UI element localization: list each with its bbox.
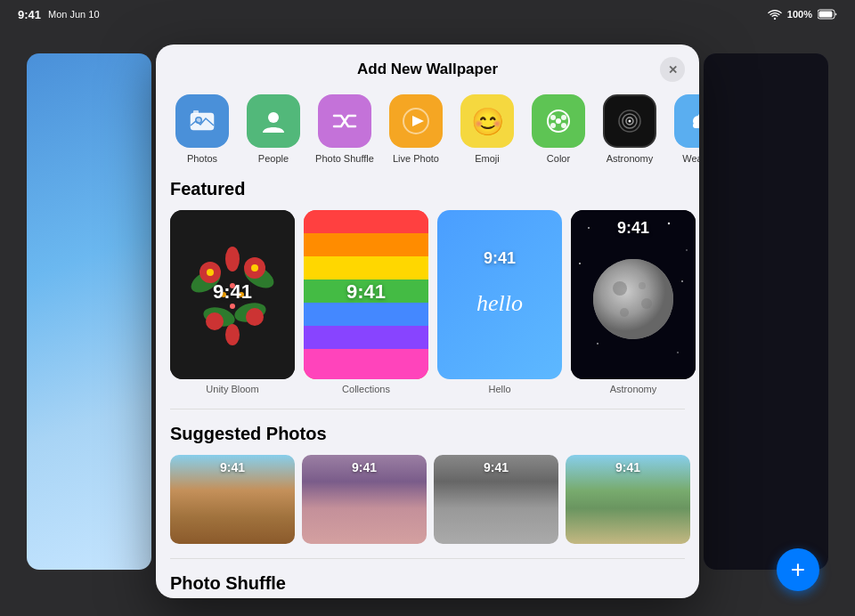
svg-marker-51 xyxy=(304,326,428,349)
hello-text: hello xyxy=(476,290,523,317)
status-bar: 9:41 Mon Jun 10 100% xyxy=(0,0,855,28)
astronomy-card[interactable]: 9:41 xyxy=(571,210,696,379)
collections-time: 9:41 xyxy=(346,281,386,304)
featured-collections[interactable]: 9:41 Collections xyxy=(304,210,428,394)
svg-point-8 xyxy=(268,112,279,123)
photo-sheep-field[interactable]: 9:41 xyxy=(566,455,690,544)
svg-point-15 xyxy=(561,123,566,128)
right-screen-preview xyxy=(704,53,828,570)
suggested-photos-grid: 9:41 9:41 9:41 9:41 xyxy=(170,455,685,544)
svg-point-13 xyxy=(561,115,566,120)
svg-marker-46 xyxy=(304,210,428,233)
suggested-photos-title: Suggested Photos xyxy=(170,424,685,444)
svg-point-16 xyxy=(556,118,561,124)
people-icon xyxy=(247,94,300,148)
featured-astronomy[interactable]: 9:41 Astronomy xyxy=(571,210,696,394)
featured-hello[interactable]: 9:41 hello Hello xyxy=(437,210,562,394)
svg-rect-23 xyxy=(693,123,699,128)
unity-bloom-label: Unity Bloom xyxy=(170,384,295,394)
category-people[interactable]: People xyxy=(241,94,305,165)
svg-rect-5 xyxy=(193,110,199,114)
photo-shuffle-icon xyxy=(318,94,371,148)
svg-point-20 xyxy=(629,120,631,123)
category-astronomy[interactable]: Astronomy xyxy=(598,94,662,165)
svg-point-56 xyxy=(686,249,688,251)
svg-marker-47 xyxy=(304,233,428,256)
svg-point-54 xyxy=(588,227,590,229)
wifi-icon xyxy=(768,9,782,20)
svg-point-24 xyxy=(696,129,699,132)
astronomy-icon xyxy=(603,94,656,148)
divider-1 xyxy=(170,409,685,409)
category-live-photo[interactable]: Live Photo xyxy=(384,94,448,165)
photo-purple-landscape[interactable]: 9:41 xyxy=(302,455,427,544)
svg-point-59 xyxy=(597,343,598,344)
purple-time: 9:41 xyxy=(352,460,377,474)
sheep-time: 9:41 xyxy=(615,460,640,474)
svg-point-0 xyxy=(774,18,776,20)
photo-shuffle-section: Photo Shuffle A dynamic set of photos th… xyxy=(156,573,699,598)
add-wallpaper-fab[interactable]: + xyxy=(777,548,819,591)
ipad-background: 9:41 Mon Jun 10 100% Add New Wallpaper ✕ xyxy=(0,0,855,616)
color-icon xyxy=(532,94,585,148)
svg-point-65 xyxy=(620,308,629,317)
photo-desert[interactable]: 9:41 xyxy=(170,455,295,544)
featured-unity-bloom[interactable]: 9:41 Unity Bloom xyxy=(170,210,295,394)
category-photos[interactable]: Photos xyxy=(170,94,234,165)
svg-marker-10 xyxy=(412,116,424,126)
photo-coastal[interactable]: 9:41 xyxy=(434,455,558,544)
svg-point-12 xyxy=(550,115,556,120)
svg-point-44 xyxy=(230,304,235,309)
hello-card-time: 9:41 xyxy=(484,250,516,269)
modal-title: Add New Wallpaper xyxy=(357,61,498,78)
photos-icon xyxy=(175,94,229,148)
left-screen-preview xyxy=(27,53,151,570)
battery-level: 100% xyxy=(787,9,812,20)
svg-rect-3 xyxy=(191,113,214,130)
collections-label: Collections xyxy=(304,384,428,394)
live-photo-label: Live Photo xyxy=(393,153,439,165)
svg-point-55 xyxy=(668,223,670,224)
modal-header: Add New Wallpaper ✕ xyxy=(156,45,699,87)
photo-shuffle-title: Photo Shuffle xyxy=(170,573,685,594)
coastal-time: 9:41 xyxy=(484,460,509,474)
svg-point-39 xyxy=(225,247,240,272)
desert-time: 9:41 xyxy=(220,460,245,474)
add-wallpaper-modal: Add New Wallpaper ✕ Photos xyxy=(156,45,699,598)
svg-point-63 xyxy=(613,281,627,296)
collections-card[interactable]: 9:41 xyxy=(304,210,428,379)
featured-section: Featured xyxy=(156,179,699,409)
featured-title: Featured xyxy=(170,179,685,199)
photo-shuffle-label: Photo Shuffle xyxy=(315,153,374,165)
close-button[interactable]: ✕ xyxy=(660,57,685,82)
svg-point-62 xyxy=(593,259,673,339)
svg-point-14 xyxy=(550,123,556,128)
svg-marker-50 xyxy=(304,303,428,326)
astronomy-label-text: Astronomy xyxy=(571,384,696,394)
svg-marker-52 xyxy=(304,349,428,379)
svg-point-36 xyxy=(246,308,264,326)
status-time: 9:41 xyxy=(18,8,41,21)
astronomy-card-time: 9:41 xyxy=(617,219,649,238)
svg-point-66 xyxy=(639,282,646,289)
category-photo-shuffle[interactable]: Photo Shuffle xyxy=(313,94,377,165)
svg-point-38 xyxy=(251,264,258,272)
svg-point-37 xyxy=(207,269,214,276)
weather-label: Weather xyxy=(682,153,699,165)
category-weather[interactable]: Weather xyxy=(669,94,699,165)
unity-bloom-card[interactable]: 9:41 xyxy=(170,210,295,379)
svg-point-60 xyxy=(677,352,679,353)
svg-marker-48 xyxy=(304,256,428,280)
divider-2 xyxy=(170,558,685,559)
status-date: Mon Jun 10 xyxy=(48,9,99,20)
weather-icon xyxy=(674,94,699,148)
category-emoji[interactable]: 😊 Emoji xyxy=(455,94,519,165)
live-photo-icon xyxy=(389,94,443,148)
svg-rect-2 xyxy=(819,12,833,18)
suggested-photos-section: Suggested Photos 9:41 9:41 9:41 9:41 xyxy=(156,424,699,558)
emoji-label: Emoji xyxy=(475,153,500,165)
hello-card[interactable]: 9:41 hello xyxy=(437,210,562,379)
people-label: People xyxy=(258,153,289,165)
emoji-icon: 😊 xyxy=(460,94,514,148)
category-color[interactable]: Color xyxy=(526,94,590,165)
